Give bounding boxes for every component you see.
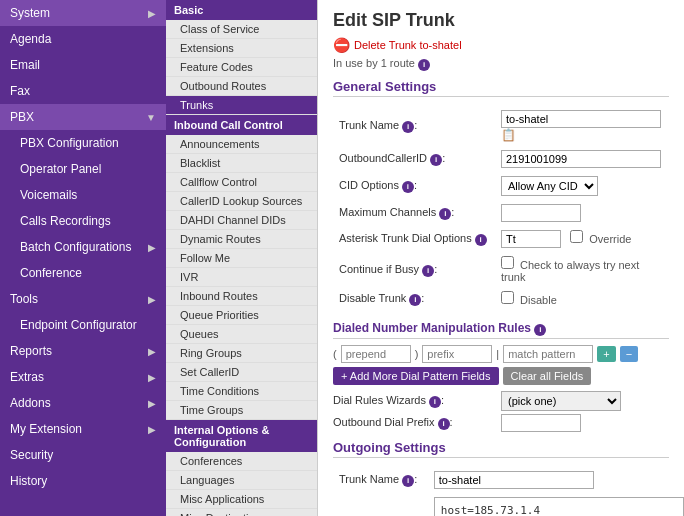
mid-item-blacklist[interactable]: Blacklist (166, 154, 317, 173)
info-icon[interactable]: i (534, 324, 546, 336)
add-more-fields-button[interactable]: + Add More Dial Pattern Fields (333, 367, 499, 385)
sidebar-item-email[interactable]: Email (0, 52, 166, 78)
sidebar-item-calls-recordings[interactable]: Calls Recordings (0, 208, 166, 234)
paren-close: ) (415, 348, 419, 360)
info-icon[interactable]: i (422, 265, 434, 277)
sidebar-item-system[interactable]: System ▶ (0, 0, 166, 26)
outbound-prefix-label: Outbound Dial Prefix i: (333, 416, 493, 430)
peer-details-row: PEER Details i: (335, 494, 684, 516)
remove-pattern-button[interactable]: − (620, 346, 638, 362)
max-channels-input[interactable] (501, 204, 581, 222)
dial-rules-select[interactable]: (pick one) (501, 391, 621, 411)
mid-item-callflow[interactable]: Callflow Control (166, 173, 317, 192)
mid-item-inbound-routes[interactable]: Inbound Routes (166, 287, 317, 306)
mid-item-set-callerid[interactable]: Set CallerID (166, 363, 317, 382)
sidebar-item-security[interactable]: Security (0, 442, 166, 468)
info-icon[interactable]: i (439, 208, 451, 220)
mid-item-extensions[interactable]: Extensions (166, 39, 317, 58)
outgoing-trunk-name-label: Trunk Name i: (335, 468, 428, 492)
sidebar-item-fax[interactable]: Fax (0, 78, 166, 104)
delete-trunk-link[interactable]: ⛔ Delete Trunk to-shatel (333, 37, 669, 53)
mid-item-languages[interactable]: Languages (166, 471, 317, 490)
add-pattern-button[interactable]: + (597, 346, 615, 362)
trunk-name-input[interactable] (501, 110, 661, 128)
callerid-label: OutboundCallerID i: (335, 147, 495, 171)
mid-item-misc-apps[interactable]: Misc Applications (166, 490, 317, 509)
outgoing-table: Trunk Name i: PEER Details i: (333, 466, 684, 516)
sidebar-item-extras[interactable]: Extras ▶ (0, 364, 166, 390)
info-icon[interactable]: i (418, 59, 430, 71)
wizard-row: Dial Rules Wizards i: (pick one) (333, 391, 669, 411)
dial-pattern-buttons: + Add More Dial Pattern Fields Clear all… (333, 367, 669, 385)
sidebar-item-addons[interactable]: Addons ▶ (0, 390, 166, 416)
mid-item-announcements[interactable]: Announcements (166, 135, 317, 154)
sidebar-item-agenda[interactable]: Agenda (0, 26, 166, 52)
disable-trunk-checkbox[interactable] (501, 291, 514, 304)
info-icon[interactable]: i (402, 181, 414, 193)
info-icon[interactable]: i (475, 234, 487, 246)
trunk-name-row: Trunk Name i: 📋 (335, 107, 667, 145)
copy-icon[interactable]: 📋 (501, 128, 516, 142)
main-content: Edit SIP Trunk ⛔ Delete Trunk to-shatel … (318, 0, 684, 516)
arrow-icon: ▶ (148, 294, 156, 305)
mid-item-dynamic-routes[interactable]: Dynamic Routes (166, 230, 317, 249)
delete-icon: ⛔ (333, 37, 350, 53)
mid-item-trunks[interactable]: Trunks (166, 96, 317, 115)
info-icon[interactable]: i (409, 294, 421, 306)
mid-item-time-conditions[interactable]: Time Conditions (166, 382, 317, 401)
callerid-input[interactable] (501, 150, 661, 168)
sidebar-item-pbx[interactable]: PBX ▼ (0, 104, 166, 130)
continue-busy-row: Continue if Busy i: Check to always try … (335, 253, 667, 286)
mid-item-queue-priorities[interactable]: Queue Priorities (166, 306, 317, 325)
mid-item-ivr[interactable]: IVR (166, 268, 317, 287)
sidebar-item-pbx-config[interactable]: PBX Configuration (0, 130, 166, 156)
outbound-prefix-row: Outbound Dial Prefix i: (333, 414, 669, 432)
prepend-input[interactable] (341, 345, 411, 363)
info-icon[interactable]: i (402, 475, 414, 487)
override-checkbox[interactable] (570, 230, 583, 243)
sidebar: System ▶ Agenda Email Fax PBX ▼ PBX Conf… (0, 0, 166, 516)
cid-options-row: CID Options i: Allow Any CID (335, 173, 667, 199)
info-icon[interactable]: i (429, 396, 441, 408)
sidebar-item-endpoint[interactable]: Endpoint Configurator (0, 312, 166, 338)
peer-details-textarea[interactable] (434, 497, 684, 516)
mid-item-outbound-routes[interactable]: Outbound Routes (166, 77, 317, 96)
info-icon[interactable]: i (430, 154, 442, 166)
mid-item-dahdi[interactable]: DAHDI Channel DIDs (166, 211, 317, 230)
mid-item-queues[interactable]: Queues (166, 325, 317, 344)
sidebar-item-my-extension[interactable]: My Extension ▶ (0, 416, 166, 442)
clear-all-fields-button[interactable]: Clear all Fields (503, 367, 592, 385)
pipe-label: | (496, 348, 499, 360)
outgoing-trunk-name-input[interactable] (434, 471, 594, 489)
info-icon[interactable]: i (438, 418, 450, 430)
asterisk-dial-input[interactable] (501, 230, 561, 248)
match-pattern-input[interactable] (503, 345, 593, 363)
continue-busy-checkbox[interactable] (501, 256, 514, 269)
mid-item-class-of-service[interactable]: Class of Service (166, 20, 317, 39)
mid-item-feature-codes[interactable]: Feature Codes (166, 58, 317, 77)
max-channels-label: Maximum Channels i: (335, 201, 495, 225)
outbound-prefix-input[interactable] (501, 414, 581, 432)
mid-menu: Basic Class of Service Extensions Featur… (166, 0, 318, 516)
mid-item-callerid-lookup[interactable]: CallerID Lookup Sources (166, 192, 317, 211)
arrow-icon: ▶ (148, 372, 156, 383)
cid-options-select[interactable]: Allow Any CID (501, 176, 598, 196)
sidebar-item-operator[interactable]: Operator Panel (0, 156, 166, 182)
arrow-icon: ▶ (148, 8, 156, 19)
sidebar-item-tools[interactable]: Tools ▶ (0, 286, 166, 312)
mid-item-ring-groups[interactable]: Ring Groups (166, 344, 317, 363)
sidebar-item-voicemails[interactable]: Voicemails (0, 182, 166, 208)
sidebar-item-batch[interactable]: Batch Configurations ▶ (0, 234, 166, 260)
mid-item-conferences[interactable]: Conferences (166, 452, 317, 471)
mid-item-time-groups[interactable]: Time Groups (166, 401, 317, 420)
max-channels-row: Maximum Channels i: (335, 201, 667, 225)
mid-item-misc-dest[interactable]: Misc Destinations (166, 509, 317, 516)
mid-item-follow-me[interactable]: Follow Me (166, 249, 317, 268)
info-icon[interactable]: i (402, 121, 414, 133)
sidebar-item-reports[interactable]: Reports ▶ (0, 338, 166, 364)
sidebar-item-conference[interactable]: Conference (0, 260, 166, 286)
sidebar-item-history[interactable]: History (0, 468, 166, 494)
mid-section-internal: Internal Options & Configuration (166, 420, 317, 452)
prefix-input[interactable] (422, 345, 492, 363)
disable-trunk-row: Disable Trunk i: Disable (335, 288, 667, 309)
